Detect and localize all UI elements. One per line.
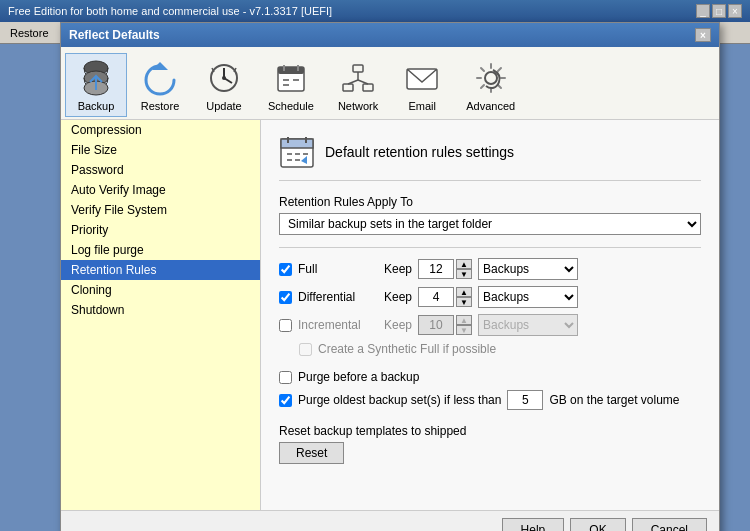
- differential-spinner-up[interactable]: ▲: [456, 287, 472, 297]
- icon-label-update: Update: [206, 100, 241, 112]
- incremental-spinner-down: ▼: [456, 325, 472, 335]
- toolbar-restore[interactable]: Restore: [4, 25, 55, 41]
- full-label: Full: [298, 262, 378, 276]
- purge-oldest-checkbox[interactable]: [279, 394, 292, 407]
- dialog-titlebar: Reflect Defaults ×: [61, 23, 719, 47]
- differential-spinner-down[interactable]: ▼: [456, 297, 472, 307]
- help-button[interactable]: Help: [502, 518, 565, 532]
- network-icon: [338, 58, 378, 98]
- incremental-keep-label: Keep: [384, 318, 412, 332]
- apply-to-select[interactable]: Similar backup sets in the target folder…: [279, 213, 701, 235]
- sidebar-item-filesize[interactable]: File Size: [61, 140, 260, 160]
- full-checkbox[interactable]: [279, 263, 292, 276]
- incremental-unit-select: Backups: [478, 314, 578, 336]
- sidebar-item-password[interactable]: Password: [61, 160, 260, 180]
- full-row: Full Keep ▲ ▼ Backups: [279, 258, 701, 280]
- main-panel: Default retention rules settings Retenti…: [261, 120, 719, 510]
- sidebar-item-verifysystem[interactable]: Verify File System: [61, 200, 260, 220]
- sidebar-item-retention[interactable]: Retention Rules: [61, 260, 260, 280]
- icon-label-email: Email: [408, 100, 436, 112]
- purge-oldest-label: Purge oldest backup set(s) if less than: [298, 393, 501, 407]
- update-icon: [204, 58, 244, 98]
- sidebar-item-compression[interactable]: Compression: [61, 120, 260, 140]
- dialog-close-button[interactable]: ×: [695, 28, 711, 42]
- icon-btn-network[interactable]: Network: [327, 53, 389, 117]
- full-spinner-down[interactable]: ▼: [456, 269, 472, 279]
- sidebar-item-cloning[interactable]: Cloning: [61, 280, 260, 300]
- icon-toolbar: Backup Restore Update: [61, 47, 719, 120]
- sidebar-item-autoverify[interactable]: Auto Verify Image: [61, 180, 260, 200]
- purge-section: Purge before a backup Purge oldest backu…: [279, 370, 701, 410]
- svg-rect-26: [281, 139, 313, 148]
- incremental-spinner-buttons: ▲ ▼: [456, 315, 472, 335]
- icon-label-backup: Backup: [78, 100, 115, 112]
- svg-line-22: [358, 80, 368, 84]
- synthetic-row: Create a Synthetic Full if possible: [299, 342, 701, 356]
- section-header: Default retention rules settings: [279, 134, 701, 181]
- icon-btn-advanced[interactable]: Advanced: [455, 53, 526, 117]
- section-title: Default retention rules settings: [325, 144, 514, 160]
- reset-label: Reset backup templates to shipped: [279, 424, 701, 438]
- svg-point-24: [485, 72, 497, 84]
- differential-label: Differential: [298, 290, 378, 304]
- schedule-icon: [271, 58, 311, 98]
- app-title: Free Edition for both home and commercia…: [8, 5, 696, 17]
- app-bar: Free Edition for both home and commercia…: [0, 0, 750, 22]
- differential-unit-select[interactable]: Backups: [478, 286, 578, 308]
- icon-btn-update[interactable]: Update: [193, 53, 255, 117]
- synthetic-label: Create a Synthetic Full if possible: [318, 342, 496, 356]
- full-spinner: ▲ ▼: [418, 259, 472, 279]
- backup-icon: [76, 58, 116, 98]
- advanced-icon: [471, 58, 511, 98]
- purge-oldest-input[interactable]: [507, 390, 543, 410]
- incremental-row: Incremental Keep ▲ ▼ Backups: [279, 314, 701, 336]
- differential-keep-input[interactable]: [418, 287, 454, 307]
- incremental-label: Incremental: [298, 318, 378, 332]
- differential-spinner: ▲ ▼: [418, 287, 472, 307]
- minimize-button[interactable]: _: [696, 4, 710, 18]
- icon-btn-restore[interactable]: Restore: [129, 53, 191, 117]
- svg-line-21: [348, 80, 358, 84]
- app-bar-buttons: _ □ ×: [696, 4, 742, 18]
- icon-btn-backup[interactable]: Backup: [65, 53, 127, 117]
- incremental-keep-input: [418, 315, 454, 335]
- cancel-button[interactable]: Cancel: [632, 518, 707, 532]
- sidebar-item-shutdown[interactable]: Shutdown: [61, 300, 260, 320]
- icon-label-schedule: Schedule: [268, 100, 314, 112]
- icon-btn-email[interactable]: Email: [391, 53, 453, 117]
- dialog-footer: Help OK Cancel: [61, 510, 719, 531]
- full-spinner-buttons: ▲ ▼: [456, 259, 472, 279]
- synthetic-checkbox: [299, 343, 312, 356]
- differential-checkbox[interactable]: [279, 291, 292, 304]
- full-keep-input[interactable]: [418, 259, 454, 279]
- sidebar-item-priority[interactable]: Priority: [61, 220, 260, 240]
- full-unit-select[interactable]: Backups: [478, 258, 578, 280]
- dialog-body: Compression File Size Password Auto Veri…: [61, 120, 719, 510]
- calendar-icon: [279, 134, 315, 170]
- incremental-checkbox[interactable]: [279, 319, 292, 332]
- purge-before-row: Purge before a backup: [279, 370, 701, 384]
- svg-rect-19: [363, 84, 373, 91]
- close-app-button[interactable]: ×: [728, 4, 742, 18]
- maximize-button[interactable]: □: [712, 4, 726, 18]
- purge-before-label: Purge before a backup: [298, 370, 419, 384]
- sidebar-item-logpurge[interactable]: Log file purge: [61, 240, 260, 260]
- full-spinner-up[interactable]: ▲: [456, 259, 472, 269]
- sidebar: Compression File Size Password Auto Veri…: [61, 120, 261, 510]
- apply-to-group: Retention Rules Apply To Similar backup …: [279, 195, 701, 235]
- icon-label-network: Network: [338, 100, 378, 112]
- restore-icon: [140, 58, 180, 98]
- purge-before-checkbox[interactable]: [279, 371, 292, 384]
- purge-oldest-row: Purge oldest backup set(s) if less than …: [279, 390, 701, 410]
- reset-section: Reset backup templates to shipped Reset: [279, 424, 701, 464]
- svg-rect-17: [353, 65, 363, 72]
- reset-button[interactable]: Reset: [279, 442, 344, 464]
- icon-btn-schedule[interactable]: Schedule: [257, 53, 325, 117]
- differential-row: Differential Keep ▲ ▼ Backups: [279, 286, 701, 308]
- ok-button[interactable]: OK: [570, 518, 625, 532]
- incremental-spinner: ▲ ▼: [418, 315, 472, 335]
- svg-rect-11: [278, 67, 304, 74]
- email-icon: [402, 58, 442, 98]
- icon-label-restore: Restore: [141, 100, 180, 112]
- dialog-title: Reflect Defaults: [69, 28, 160, 42]
